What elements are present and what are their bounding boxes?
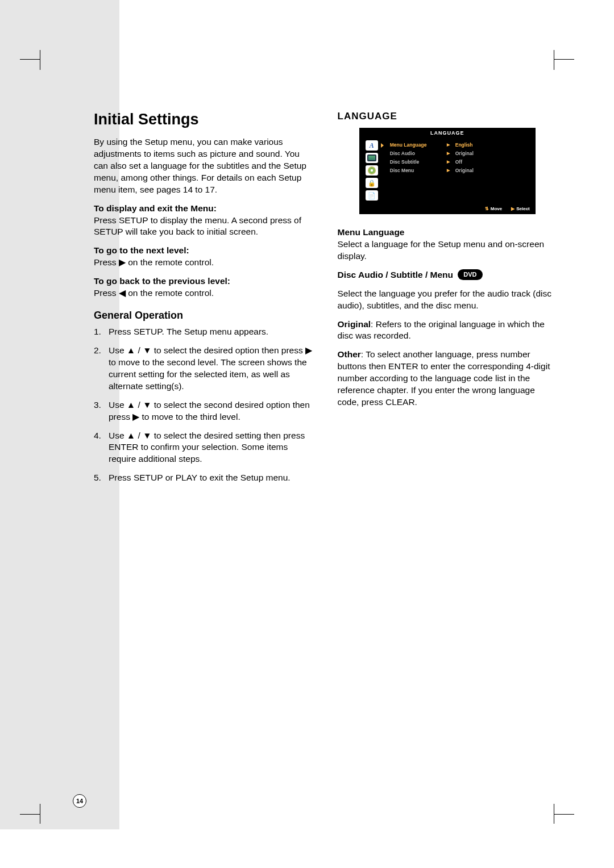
other-rest: : To select another language, press numb… <box>338 349 550 407</box>
other-paragraph: Other: To select another language, press… <box>338 349 558 408</box>
language-section-title: LANGUAGE <box>338 111 558 122</box>
menu-language-head: Menu Language <box>338 227 405 237</box>
dasm-body: Select the language you prefer for the a… <box>338 288 558 312</box>
intro-paragraph: By using the Setup menu, you can make va… <box>94 136 314 196</box>
page-title: Initial Settings <box>94 111 314 128</box>
updown-arrows-icon: ⇅ <box>485 206 489 211</box>
dasm-head: Disc Audio / Subtitle / Menu <box>338 270 454 279</box>
next-level-body: Press ▶ on the remote control. <box>94 257 214 267</box>
osd-title: LANGUAGE <box>359 128 536 138</box>
osd-row-disc-subtitle: Disc Subtitle ▶ Off <box>390 157 531 166</box>
disc-audio-subtitle-menu-head-line: Disc Audio / Subtitle / Menu DVD <box>338 269 558 281</box>
language-icon: A <box>366 140 378 151</box>
prev-level-body: Press ◀ on the remote control. <box>94 288 214 298</box>
right-arrow-icon: ▶ <box>511 206 515 211</box>
other-label: Other <box>338 349 361 359</box>
crop-mark <box>20 814 40 834</box>
dvd-badge: DVD <box>458 269 482 280</box>
osd-rows: Menu Language ▶ English Disc Audio ▶ Ori… <box>381 138 536 204</box>
crop-mark <box>20 40 40 60</box>
lock-icon: 🔒 <box>366 178 378 188</box>
triangle-right-icon: ▶ <box>447 143 450 147</box>
step-4: 4. Use ▲ / ▼ to select the desired setti… <box>94 430 314 466</box>
menu-language-block: Menu Language Select a language for the … <box>338 227 558 262</box>
triangle-right-le-icon: ▶ <box>447 168 450 173</box>
display-exit-menu: To display and exit the Menu: Press SETU… <box>94 203 314 239</box>
steps-list: 1. Press SETUP. The Setup menu appears. … <box>94 326 314 484</box>
original-paragraph: Original: Refers to the original languag… <box>338 319 558 343</box>
triangle-right-icon: ▶ <box>447 151 450 156</box>
display-exit-body: Press SETUP to display the menu. A secon… <box>94 215 301 237</box>
audio-icon <box>366 165 378 176</box>
step-1: 1. Press SETUP. The Setup menu appears. <box>94 326 314 338</box>
menu-language-body: Select a language for the Setup menu and… <box>338 239 545 261</box>
others-icon: 📄 <box>366 190 378 201</box>
osd-row-disc-audio: Disc Audio ▶ Original <box>390 149 531 157</box>
triangle-right-icon: ▶ <box>447 160 450 164</box>
osd-language-menu: LANGUAGE A 🔒 📄 Menu Language <box>359 128 536 214</box>
step-2: 2. Use ▲ / ▼ to select the desired optio… <box>94 345 314 393</box>
prev-level-head: To go back to the previous level: <box>94 276 230 286</box>
prev-level: To go back to the previous level: Press … <box>94 276 314 299</box>
osd-row-disc-menu: Disc Menu ▶ Original <box>390 166 531 174</box>
general-operation-heading: General Operation <box>94 310 314 322</box>
page-number: 14 <box>73 794 86 808</box>
next-level-head: To go to the next level: <box>94 245 189 255</box>
left-column: Initial Settings By using the Setup menu… <box>94 111 314 491</box>
osd-footer: ⇅Move ▶Select <box>359 204 536 214</box>
step-3: 3. Use ▲ / ▼ to select the second desire… <box>94 399 314 423</box>
right-column: LANGUAGE LANGUAGE A 🔒 📄 M <box>338 111 558 491</box>
crop-mark <box>554 40 574 60</box>
osd-category-icons: A 🔒 📄 <box>359 138 381 204</box>
next-level: To go to the next level: Press ▶ on the … <box>94 245 314 269</box>
display-icon <box>366 153 378 163</box>
manual-page: Initial Settings By using the Setup menu… <box>0 0 614 868</box>
osd-row-menu-language: Menu Language ▶ English <box>390 140 531 149</box>
crop-mark <box>554 814 574 834</box>
original-label: Original <box>338 319 371 329</box>
display-exit-head: To display and exit the Menu: <box>94 203 217 213</box>
step-5: 5. Press SETUP or PLAY to exit the Setup… <box>94 472 314 484</box>
